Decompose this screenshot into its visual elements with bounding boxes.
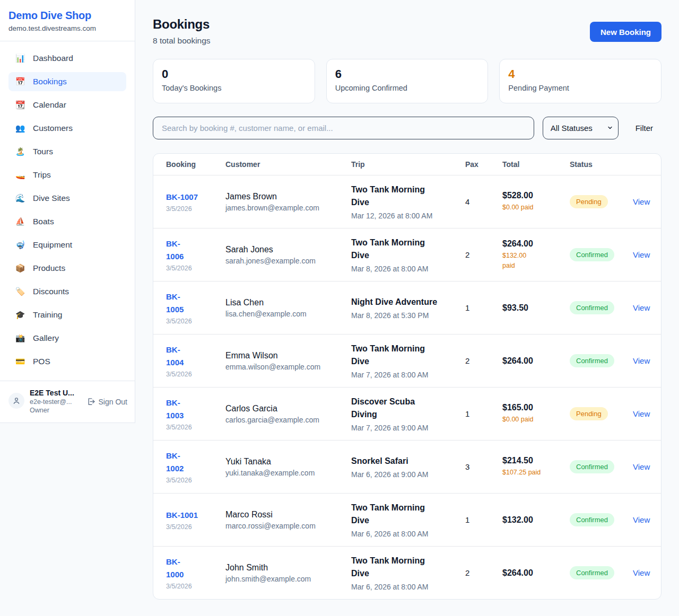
- customer-email: carlos.garcia@example.com: [225, 416, 351, 424]
- sidebar-item-bookings[interactable]: 📅 Bookings: [8, 72, 126, 91]
- pax-value: 2: [465, 568, 502, 577]
- trip-datetime: Mar 6, 2026 at 9:00 AM: [351, 470, 465, 479]
- sidebar-item-label: Bookings: [33, 77, 67, 86]
- search-input[interactable]: [153, 117, 534, 139]
- status-badge: Confirmed: [570, 460, 614, 473]
- sidebar: Demo Dive Shop demo.test.divestreams.com…: [0, 0, 135, 423]
- trip-name: Night Dive Adventure: [351, 296, 465, 309]
- view-link[interactable]: View: [633, 409, 650, 418]
- table-row: BK-1001 3/5/2026 Marco Rossi marco.rossi…: [153, 493, 661, 546]
- view-link[interactable]: View: [633, 250, 650, 259]
- sidebar-item-pos[interactable]: 💳 POS: [8, 352, 126, 371]
- logout-icon: [86, 397, 95, 406]
- column-header-customer: Customer: [225, 160, 351, 169]
- total-amount: $165.00: [502, 403, 570, 412]
- customer-email: lisa.chen@example.com: [225, 310, 351, 318]
- status-cell: Confirmed: [570, 513, 633, 526]
- view-link[interactable]: View: [633, 197, 650, 206]
- booking-id-link[interactable]: BK- 1002: [166, 450, 225, 475]
- customer-cell: Marco Rossi marco.rossi@example.com: [225, 510, 351, 530]
- sidebar-item-discounts[interactable]: 🏷️ Discounts: [8, 282, 126, 301]
- booking-date: 3/5/2026: [166, 583, 225, 590]
- sidebar-item-gallery[interactable]: 📸 Gallery: [8, 329, 126, 348]
- status-cell: Pending: [570, 407, 633, 420]
- bookings-table: Booking Customer Trip Pax Total Status B…: [153, 153, 661, 600]
- table-row: BK-1007 3/5/2026 James Brown james.brown…: [153, 175, 661, 228]
- booking-id-link[interactable]: BK- 1005: [166, 291, 225, 316]
- actions-cell: View: [633, 197, 650, 207]
- trip-name: Discover Scuba Diving: [351, 395, 465, 421]
- customer-email: marco.rossi@example.com: [225, 522, 351, 530]
- column-header-total: Total: [502, 160, 570, 169]
- customer-name: John Smith: [225, 563, 351, 573]
- table-header-row: Booking Customer Trip Pax Total Status: [153, 154, 661, 175]
- status-badge: Pending: [570, 407, 608, 420]
- sidebar-item-customers[interactable]: 👥 Customers: [8, 119, 126, 138]
- status-select[interactable]: All Statuses: [543, 117, 619, 139]
- table-row: BK- 1005 3/5/2026 Lisa Chen lisa.chen@ex…: [153, 281, 661, 334]
- user-meta: E2E Test U... e2e-tester@... Owner: [30, 389, 74, 414]
- booking-id-link[interactable]: BK-1007: [166, 191, 225, 204]
- view-link[interactable]: View: [633, 462, 650, 471]
- total-cell: $132.00: [502, 515, 570, 525]
- sidebar-item-label: Discounts: [33, 287, 69, 296]
- sidebar-item-equipment[interactable]: 🤿 Equipment: [8, 235, 126, 254]
- sidebar-item-products[interactable]: 📦 Products: [8, 259, 126, 278]
- booking-id-link[interactable]: BK- 1006: [166, 237, 225, 263]
- main-content: Bookings 8 total bookings New Booking 0 …: [135, 0, 679, 616]
- status-select-wrap: All Statuses: [543, 117, 619, 139]
- sign-out-button[interactable]: Sign Out: [86, 389, 127, 406]
- status-cell: Confirmed: [570, 301, 633, 314]
- sidebar-item-training[interactable]: 🎓 Training: [8, 305, 126, 324]
- total-cell: $264.00: [502, 568, 570, 578]
- equipment-icon: 🤿: [15, 240, 25, 250]
- column-header-pax: Pax: [465, 160, 502, 169]
- stat-value: 4: [508, 67, 652, 81]
- customer-cell: Sarah Jones sarah.jones@example.com: [225, 245, 351, 265]
- view-link[interactable]: View: [633, 568, 650, 577]
- sidebar-item-label: Dashboard: [33, 54, 73, 63]
- amount-paid: $0.00 paid: [502, 415, 570, 425]
- booking-cell: BK- 1003 3/5/2026: [166, 397, 225, 431]
- sidebar-item-label: POS: [33, 357, 50, 366]
- customer-cell: Carlos Garcia carlos.garcia@example.com: [225, 404, 351, 424]
- booking-id-link[interactable]: BK- 1003: [166, 397, 225, 422]
- stat-label: Today's Bookings: [162, 84, 306, 92]
- sidebar-item-dive-sites[interactable]: 🌊 Dive Sites: [8, 189, 126, 208]
- status-badge: Confirmed: [570, 566, 614, 579]
- view-link[interactable]: View: [633, 303, 650, 312]
- table-row: BK- 1000 3/5/2026 John Smith john.smith@…: [153, 546, 661, 599]
- view-link[interactable]: View: [633, 515, 650, 524]
- sidebar-item-tours[interactable]: 🏝️ Tours: [8, 142, 126, 161]
- sidebar-item-trips[interactable]: 🚤 Trips: [8, 165, 126, 184]
- shop-name: Demo Dive Shop: [8, 10, 126, 22]
- sidebar-item-label: Gallery: [33, 333, 59, 343]
- booking-id-link[interactable]: BK- 1000: [166, 556, 225, 581]
- sidebar-item-boats[interactable]: ⛵ Boats: [8, 212, 126, 231]
- customer-name: James Brown: [225, 192, 351, 201]
- training-icon: 🎓: [15, 310, 25, 320]
- total-amount: $132.00: [502, 515, 570, 525]
- filter-button[interactable]: Filter: [636, 124, 653, 133]
- user-email: e2e-tester@...: [30, 398, 74, 406]
- view-link[interactable]: View: [633, 356, 650, 365]
- actions-cell: View: [633, 409, 650, 419]
- stat-label: Upcoming Confirmed: [335, 84, 480, 92]
- trips-icon: 🚤: [15, 170, 25, 180]
- trip-datetime: Mar 8, 2026 at 8:00 AM: [351, 265, 465, 273]
- customer-cell: Emma Wilson emma.wilson@example.com: [225, 351, 351, 371]
- table-row: BK- 1002 3/5/2026 Yuki Tanaka yuki.tanak…: [153, 440, 661, 493]
- booking-id-link[interactable]: BK- 1004: [166, 344, 225, 369]
- trip-cell: Two Tank Morning Dive Mar 6, 2026 at 8:0…: [351, 501, 465, 538]
- new-booking-button[interactable]: New Booking: [590, 22, 661, 42]
- total-amount: $93.50: [502, 303, 570, 313]
- booking-cell: BK- 1004 3/5/2026: [166, 344, 225, 378]
- sidebar-item-dashboard[interactable]: 📊 Dashboard: [8, 49, 126, 68]
- table-body: BK-1007 3/5/2026 James Brown james.brown…: [153, 175, 661, 599]
- booking-id-link[interactable]: BK-1001: [166, 509, 225, 522]
- actions-cell: View: [633, 303, 650, 313]
- sidebar-item-calendar[interactable]: 📆 Calendar: [8, 95, 126, 115]
- booking-cell: BK- 1002 3/5/2026: [166, 450, 225, 484]
- amount-paid: $132.00 paid: [502, 251, 570, 271]
- total-amount: $264.00: [502, 568, 570, 578]
